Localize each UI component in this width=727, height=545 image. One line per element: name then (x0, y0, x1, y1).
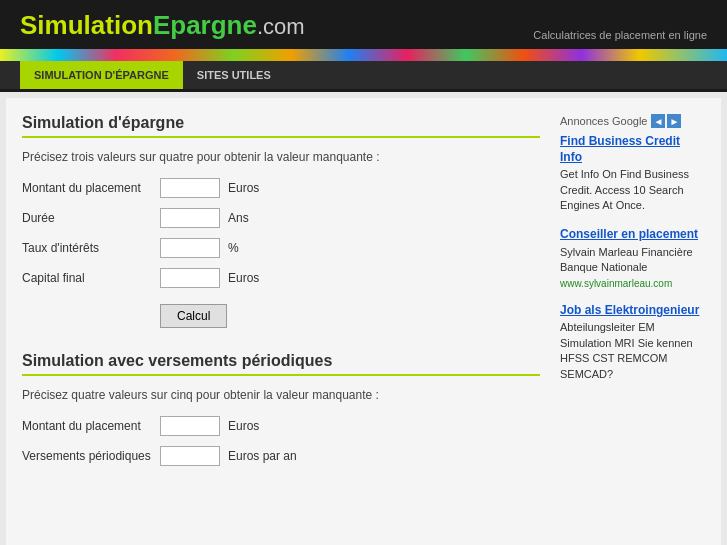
section1: Simulation d'épargne Précisez trois vale… (22, 114, 540, 328)
ads-next-button[interactable]: ► (667, 114, 681, 128)
ad-0-title[interactable]: Find Business Credit Info (560, 134, 705, 165)
unit-taux: % (228, 241, 239, 255)
main-content: Simulation d'épargne Précisez trois vale… (6, 98, 721, 545)
right-sidebar: Annonces Google ◄ ► Find Business Credit… (560, 114, 705, 476)
label-montant: Montant du placement (22, 181, 152, 195)
logo: SimulationEpargne.com (20, 10, 305, 41)
field-taux: Taux d'intérêts % (22, 238, 540, 258)
logo-simulation: Simulation (20, 10, 153, 40)
section2: Simulation avec versements périodiques P… (22, 352, 540, 466)
field-montant: Montant du placement Euros (22, 178, 540, 198)
ads-navigation: ◄ ► (651, 114, 681, 128)
label-taux: Taux d'intérêts (22, 241, 152, 255)
content-layout: Simulation d'épargne Précisez trois vale… (22, 114, 705, 476)
ad-0-text: Get Info On Find Business Credit. Access… (560, 167, 705, 213)
unit-capital: Euros (228, 271, 259, 285)
ad-2-title[interactable]: Job als Elektroingenieur (560, 303, 705, 319)
field-duree: Durée Ans (22, 208, 540, 228)
field-capital: Capital final Euros (22, 268, 540, 288)
ad-2: Job als Elektroingenieur Abteilungsleite… (560, 303, 705, 382)
unit-montant: Euros (228, 181, 259, 195)
ad-0: Find Business Credit Info Get Info On Fi… (560, 134, 705, 213)
ad-2-text: Abteilungsleiter EM Simulation MRI Sie k… (560, 320, 705, 382)
nav: SIMULATION D'ÉPARGNE SITES UTILES (0, 61, 727, 92)
field-versements: Versements périodiques Euros par an (22, 446, 540, 466)
ad-1-title[interactable]: Conseiller en placement (560, 227, 705, 243)
section1-desc: Précisez trois valeurs sur quatre pour o… (22, 150, 540, 164)
label-montant2: Montant du placement (22, 419, 152, 433)
section2-title: Simulation avec versements périodiques (22, 352, 540, 376)
unit-montant2: Euros (228, 419, 259, 433)
logo-epargne: Epargne (153, 10, 257, 40)
nav-item-simulation[interactable]: SIMULATION D'ÉPARGNE (20, 61, 183, 89)
calcul-button[interactable]: Calcul (160, 304, 227, 328)
nav-item-sites-utiles[interactable]: SITES UTILES (183, 61, 285, 89)
header-tagline: Calculatrices de placement en ligne (533, 29, 707, 41)
unit-duree: Ans (228, 211, 249, 225)
ads-prev-button[interactable]: ◄ (651, 114, 665, 128)
input-montant2[interactable] (160, 416, 220, 436)
ad-1-url: www.sylvainmarleau.com (560, 278, 705, 289)
header: SimulationEpargne.com Calculatrices de p… (0, 0, 727, 49)
label-duree: Durée (22, 211, 152, 225)
ad-1: Conseiller en placement Sylvain Marleau … (560, 227, 705, 288)
input-capital[interactable] (160, 268, 220, 288)
unit-versements: Euros par an (228, 449, 297, 463)
section1-title: Simulation d'épargne (22, 114, 540, 138)
label-versements: Versements périodiques (22, 449, 152, 463)
rainbow-bar (0, 49, 727, 61)
input-duree[interactable] (160, 208, 220, 228)
input-montant[interactable] (160, 178, 220, 198)
section2-desc: Précisez quatre valeurs sur cinq pour ob… (22, 388, 540, 402)
field-montant2: Montant du placement Euros (22, 416, 540, 436)
label-capital: Capital final (22, 271, 152, 285)
ad-1-text: Sylvain Marleau Financière Banque Nation… (560, 245, 705, 276)
logo-com: .com (257, 14, 305, 39)
ads-label: Annonces Google (560, 115, 647, 127)
ads-header: Annonces Google ◄ ► (560, 114, 705, 128)
left-content: Simulation d'épargne Précisez trois vale… (22, 114, 540, 476)
input-versements[interactable] (160, 446, 220, 466)
input-taux[interactable] (160, 238, 220, 258)
